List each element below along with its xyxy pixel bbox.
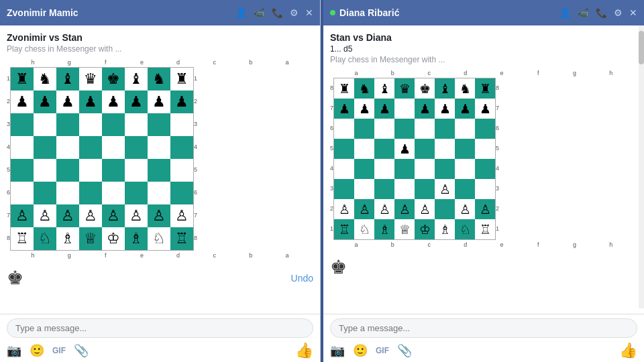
cell[interactable]: ♟ bbox=[11, 90, 34, 113]
cell[interactable]: ♘ bbox=[34, 227, 56, 250]
cell[interactable] bbox=[79, 136, 102, 159]
cell[interactable]: ♟ bbox=[415, 99, 435, 119]
cell[interactable]: ♘ bbox=[455, 219, 475, 239]
cell[interactable] bbox=[79, 159, 102, 182]
cell[interactable] bbox=[148, 136, 170, 159]
cell[interactable]: ♟ bbox=[102, 90, 125, 113]
cell[interactable]: ♖ bbox=[170, 227, 193, 250]
cell[interactable]: ♟ bbox=[354, 99, 374, 119]
cell[interactable] bbox=[435, 119, 455, 139]
cell[interactable] bbox=[56, 136, 79, 159]
cell[interactable] bbox=[435, 159, 455, 179]
cell[interactable] bbox=[374, 179, 394, 199]
cell[interactable] bbox=[56, 182, 79, 204]
cell[interactable] bbox=[435, 139, 455, 159]
cell[interactable] bbox=[56, 159, 79, 182]
cell[interactable] bbox=[415, 159, 435, 179]
cell[interactable] bbox=[102, 182, 125, 204]
cell[interactable] bbox=[11, 113, 34, 136]
cell[interactable] bbox=[34, 159, 56, 182]
cell[interactable] bbox=[374, 159, 394, 179]
gif-button-1[interactable]: GIF bbox=[52, 346, 66, 355]
cell[interactable]: ♙ bbox=[79, 204, 102, 227]
cell[interactable] bbox=[394, 99, 415, 119]
cell[interactable]: ♞ bbox=[455, 78, 475, 99]
cell[interactable] bbox=[394, 159, 415, 179]
camera-icon-2[interactable]: 📷 bbox=[330, 343, 345, 358]
cell[interactable]: ♙ bbox=[415, 199, 435, 219]
cell[interactable]: ♟ bbox=[374, 99, 394, 119]
cell[interactable] bbox=[79, 113, 102, 136]
scrollbar-thumb-2[interactable] bbox=[639, 31, 644, 64]
cell[interactable]: ♗ bbox=[56, 227, 79, 250]
cell[interactable] bbox=[125, 113, 148, 136]
cell[interactable]: ♘ bbox=[148, 227, 170, 250]
cell[interactable] bbox=[475, 119, 495, 139]
cell[interactable] bbox=[102, 136, 125, 159]
cell[interactable] bbox=[475, 139, 495, 159]
cell[interactable]: ♗ bbox=[435, 219, 455, 239]
cell[interactable] bbox=[394, 179, 415, 199]
cell[interactable]: ♙ bbox=[11, 204, 34, 227]
add-friend-icon-2[interactable]: 👤 bbox=[559, 7, 571, 18]
cell[interactable] bbox=[148, 113, 170, 136]
cell[interactable] bbox=[415, 119, 435, 139]
cell[interactable] bbox=[394, 119, 415, 139]
cell[interactable]: ♟ bbox=[125, 90, 148, 113]
cell[interactable] bbox=[170, 159, 193, 182]
emoji-icon-2[interactable]: 🙂 bbox=[353, 343, 368, 358]
cell[interactable]: ♟ bbox=[394, 139, 415, 159]
cell[interactable] bbox=[170, 113, 193, 136]
cell[interactable]: ♙ bbox=[102, 204, 125, 227]
cell[interactable]: ♟ bbox=[475, 99, 495, 119]
cell[interactable] bbox=[170, 182, 193, 204]
cell[interactable]: ♙ bbox=[148, 204, 170, 227]
cell[interactable]: ♜ bbox=[475, 78, 495, 99]
emoji-icon-1[interactable]: 🙂 bbox=[30, 343, 44, 358]
cell[interactable]: ♞ bbox=[34, 68, 56, 90]
cell[interactable] bbox=[334, 119, 354, 139]
cell[interactable] bbox=[34, 113, 56, 136]
cell[interactable] bbox=[11, 182, 34, 204]
cell[interactable]: ♞ bbox=[148, 68, 170, 90]
cell[interactable] bbox=[79, 182, 102, 204]
cell[interactable]: ♙ bbox=[334, 199, 354, 219]
cell[interactable]: ♙ bbox=[170, 204, 193, 227]
cell[interactable] bbox=[125, 159, 148, 182]
cell[interactable] bbox=[475, 179, 495, 199]
cell[interactable]: ♝ bbox=[125, 68, 148, 90]
cell[interactable]: ♜ bbox=[11, 68, 34, 90]
cell[interactable] bbox=[102, 113, 125, 136]
like-button-2[interactable]: 👍 bbox=[619, 342, 637, 359]
add-friend-icon-1[interactable]: 👤 bbox=[235, 7, 247, 18]
cell[interactable] bbox=[11, 159, 34, 182]
cell[interactable] bbox=[102, 159, 125, 182]
cell[interactable]: ♙ bbox=[455, 199, 475, 219]
cell[interactable] bbox=[125, 182, 148, 204]
cell[interactable] bbox=[56, 113, 79, 136]
cell[interactable]: ♟ bbox=[34, 90, 56, 113]
cell[interactable]: ♟ bbox=[334, 99, 354, 119]
cell[interactable] bbox=[354, 119, 374, 139]
cell[interactable]: ♙ bbox=[56, 204, 79, 227]
cell[interactable] bbox=[334, 159, 354, 179]
cell[interactable]: ♝ bbox=[374, 78, 394, 99]
cell[interactable]: ♙ bbox=[475, 199, 495, 219]
cell[interactable]: ♜ bbox=[170, 68, 193, 90]
gif-button-2[interactable]: GIF bbox=[376, 346, 389, 355]
cell[interactable]: ♙ bbox=[435, 179, 455, 199]
cell[interactable] bbox=[334, 139, 354, 159]
cell[interactable] bbox=[475, 159, 495, 179]
cell[interactable] bbox=[455, 139, 475, 159]
cell[interactable]: ♞ bbox=[354, 78, 374, 99]
message-input-1[interactable] bbox=[7, 318, 313, 338]
camera-icon-1[interactable]: 📷 bbox=[7, 343, 21, 358]
cell[interactable] bbox=[455, 119, 475, 139]
cell[interactable]: ♗ bbox=[374, 219, 394, 239]
cell[interactable] bbox=[374, 119, 394, 139]
cell[interactable] bbox=[435, 199, 455, 219]
cell[interactable]: ♔ bbox=[415, 219, 435, 239]
cell[interactable]: ♔ bbox=[102, 227, 125, 250]
cell[interactable] bbox=[170, 136, 193, 159]
cell[interactable] bbox=[34, 136, 56, 159]
